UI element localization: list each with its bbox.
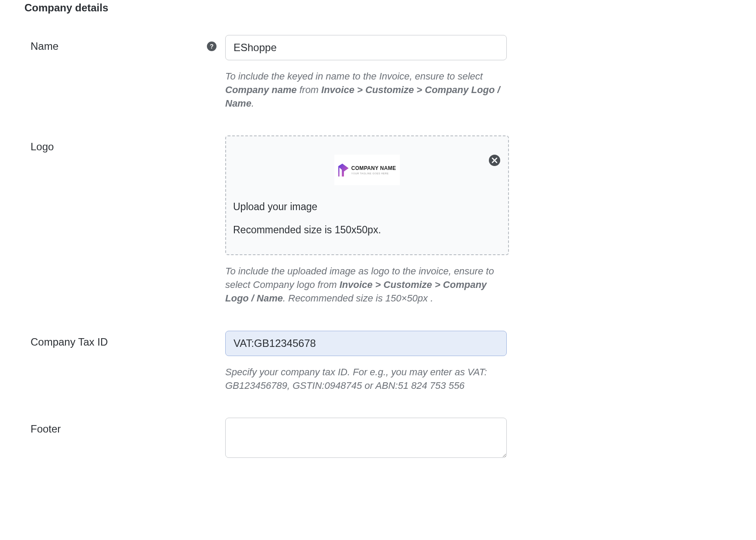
upload-text: Upload your image [233, 201, 501, 213]
row-tax-id: Company Tax ID Specify your company tax … [24, 331, 732, 393]
tax-id-input[interactable] [225, 331, 507, 356]
logo-upload-area[interactable]: COMPANY NAME YOUR TAGLINE GOES HERE Uplo… [225, 135, 509, 255]
close-icon [491, 157, 498, 163]
tax-id-hint: Specify your company tax ID. For e.g., y… [225, 366, 509, 393]
row-footer: Footer [24, 418, 732, 460]
upload-size-text: Recommended size is 150x50px. [233, 224, 501, 236]
logo-placeholder-sub: YOUR TAGLINE GOES HERE [351, 173, 396, 175]
row-name: Name ? To include the keyed in name to t… [24, 35, 732, 110]
logo-label: Logo [31, 141, 54, 153]
logo-hint: To include the uploaded image as logo to… [225, 265, 509, 305]
footer-label: Footer [31, 423, 61, 435]
help-icon[interactable]: ? [207, 42, 216, 51]
name-hint: To include the keyed in name to the Invo… [225, 70, 509, 110]
logo-placeholder-main: COMPANY NAME [351, 166, 396, 171]
logo-mark-icon [338, 163, 349, 177]
name-label: Name [31, 40, 58, 52]
name-input[interactable] [225, 35, 507, 60]
section-title: Company details [24, 2, 732, 14]
logo-preview: COMPANY NAME YOUR TAGLINE GOES HERE [334, 155, 400, 185]
row-logo: Logo COMPANY NAME YOUR TAGLINE GOES HERE [24, 135, 732, 305]
tax-id-label: Company Tax ID [31, 336, 108, 348]
footer-textarea[interactable] [225, 418, 507, 458]
